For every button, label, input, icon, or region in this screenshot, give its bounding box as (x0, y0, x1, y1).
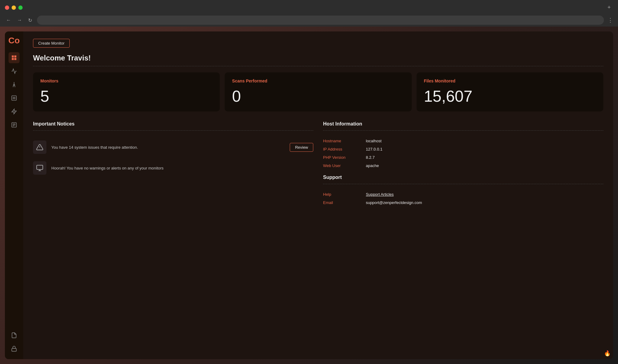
page-header: Create Monitor (33, 39, 603, 48)
address-bar[interactable] (37, 16, 604, 25)
notice-text-0: You have 14 system issues that require a… (51, 145, 285, 150)
browser-chrome: + ← → ↻ ⋮ (0, 0, 618, 27)
two-col-section: Important Notices You have 14 system iss… (33, 121, 603, 207)
support-divider (323, 184, 603, 184)
stats-grid: Monitors 5 Scans Performed 0 Files Monit… (33, 72, 603, 111)
app-container: Co (5, 31, 613, 359)
scans-value: 0 (232, 88, 404, 104)
notice-text-1: Hoorah! You have no warnings or alerts o… (51, 166, 313, 170)
sidebar-item-scan[interactable] (9, 93, 20, 104)
files-value: 15,607 (424, 88, 596, 104)
important-notices-section: Important Notices You have 14 system iss… (33, 121, 313, 207)
new-tab-button[interactable]: + (605, 4, 613, 11)
sidebar-item-activity[interactable] (9, 66, 20, 77)
support-title: Support (323, 175, 603, 180)
create-monitor-button[interactable]: Create Monitor (33, 39, 70, 48)
host-info-table: Hostname localhost IP Address 127.0.0.1 … (323, 137, 603, 170)
notice-item-0: You have 14 system issues that require a… (33, 137, 313, 158)
sidebar-item-dashboard[interactable] (9, 52, 20, 63)
more-button[interactable]: ⋮ (608, 17, 613, 24)
sidebar-bottom (9, 330, 20, 354)
notice-item-1: Hoorah! You have no warnings or alerts o… (33, 158, 313, 178)
svg-rect-3 (14, 58, 17, 60)
minimize-button[interactable] (12, 5, 16, 10)
svg-rect-8 (12, 96, 17, 100)
app-logo: Co (8, 36, 20, 45)
sidebar-item-person[interactable] (9, 79, 20, 90)
info-key-email: Email (323, 200, 366, 205)
info-row-help: Help Support Articles (323, 190, 603, 198)
forward-button[interactable]: → (16, 17, 23, 24)
svg-rect-0 (12, 56, 14, 58)
host-info-title: Host Information (323, 121, 603, 127)
notices-divider (33, 130, 313, 131)
info-key-webuser: Web User (323, 163, 366, 168)
app-window: Co (0, 27, 618, 364)
notice-warning-icon (33, 140, 46, 154)
maximize-button[interactable] (18, 5, 23, 10)
monitors-value: 5 (40, 88, 212, 104)
svg-rect-1 (14, 56, 17, 58)
host-info-divider (323, 130, 603, 131)
info-row-php: PHP Version 8.2.7 (323, 153, 603, 162)
info-row-email: Email support@zenperfectdesign.com (323, 198, 603, 207)
notices-title: Important Notices (33, 121, 313, 127)
info-val-help[interactable]: Support Articles (366, 192, 394, 197)
info-val-php: 8.2.7 (366, 155, 375, 160)
scans-label: Scans Performed (232, 78, 404, 83)
info-key-php: PHP Version (323, 155, 366, 160)
traffic-lights (5, 5, 23, 10)
flame-icon: 🔥 (604, 350, 611, 357)
info-key-hostname: Hostname (323, 139, 366, 143)
header-divider (33, 66, 603, 66)
svg-rect-18 (37, 165, 43, 169)
svg-rect-2 (12, 58, 14, 60)
info-val-email[interactable]: support@zenperfectdesign.com (366, 200, 422, 205)
monitors-label: Monitors (40, 78, 212, 83)
info-row-ip: IP Address 127.0.0.1 (323, 145, 603, 153)
files-card: Files Monitored 15,607 (417, 72, 603, 111)
info-val-ip: 127.0.0.1 (366, 147, 382, 151)
main-content: Create Monitor Welcome Travis! Monitors … (23, 31, 613, 359)
host-information-section: Host Information Hostname localhost IP A… (323, 121, 603, 207)
scans-card: Scans Performed 0 (225, 72, 411, 111)
info-val-webuser: apache (366, 163, 379, 168)
browser-toolbar: ← → ↻ ⋮ (0, 14, 618, 27)
info-row-hostname: Hostname localhost (323, 137, 603, 145)
welcome-title: Welcome Travis! (33, 54, 603, 62)
files-label: Files Monitored (424, 78, 596, 83)
info-row-webuser: Web User apache (323, 162, 603, 170)
review-button[interactable]: Review (290, 143, 313, 152)
notice-monitor-icon (33, 161, 46, 175)
close-button[interactable] (5, 5, 9, 10)
sidebar-item-log[interactable] (9, 119, 20, 130)
info-val-hostname: localhost (366, 139, 381, 143)
browser-titlebar: + (0, 0, 618, 14)
info-key-help: Help (323, 192, 366, 197)
support-table: Help Support Articles Email support@zenp… (323, 190, 603, 207)
svg-rect-15 (12, 348, 17, 351)
refresh-button[interactable]: ↻ (27, 17, 33, 24)
monitors-card: Monitors 5 (33, 72, 220, 111)
sidebar-item-plugin[interactable] (9, 106, 20, 117)
info-key-ip: IP Address (323, 147, 366, 151)
back-button[interactable]: ← (5, 17, 12, 24)
sidebar-item-lock[interactable] (9, 343, 20, 354)
sidebar: Co (5, 31, 23, 359)
sidebar-item-files[interactable] (9, 330, 20, 341)
